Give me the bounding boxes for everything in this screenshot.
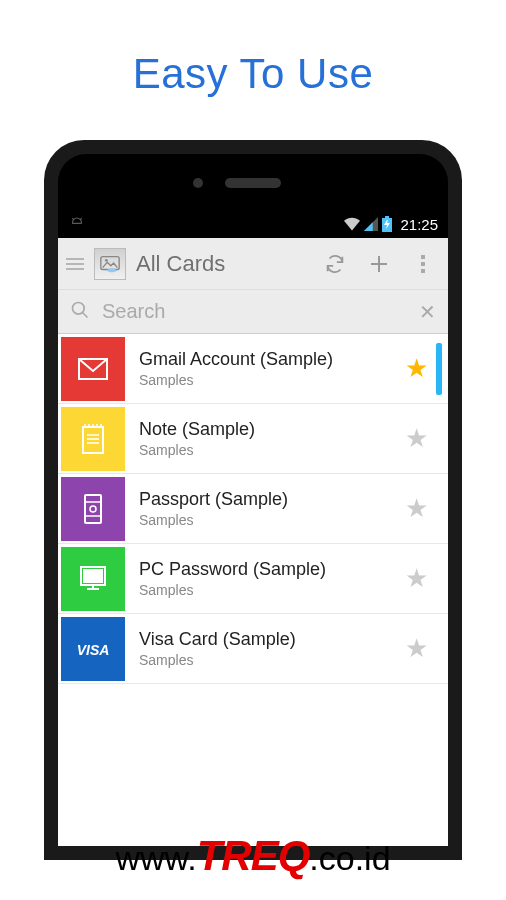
mail-icon xyxy=(61,337,125,401)
star-icon[interactable]: ★ xyxy=(400,633,432,664)
list-item[interactable]: Passport (Sample)Samples★ xyxy=(58,474,448,544)
add-icon[interactable] xyxy=(362,252,396,276)
item-marker xyxy=(436,343,442,395)
wifi-icon xyxy=(344,217,360,231)
status-clock: 21:25 xyxy=(400,216,438,233)
phone-frame: 21:25 All Cards xyxy=(44,140,462,860)
menu-icon[interactable] xyxy=(66,258,84,270)
footer-brand: TREQ xyxy=(197,832,310,880)
phone-screen: 21:25 All Cards xyxy=(58,210,448,846)
card-list: Gmail Account (Sample)Samples★Note (Samp… xyxy=(58,334,448,684)
star-icon[interactable]: ★ xyxy=(400,423,432,454)
item-subtitle: Samples xyxy=(139,652,400,668)
note-icon xyxy=(61,407,125,471)
item-title: PC Password (Sample) xyxy=(139,559,400,580)
passport-icon xyxy=(61,477,125,541)
item-title: Note (Sample) xyxy=(139,419,400,440)
phone-inner: 21:25 All Cards xyxy=(58,154,448,846)
item-text: PC Password (Sample)Samples xyxy=(125,559,400,598)
phone-camera xyxy=(193,178,203,188)
item-subtitle: Samples xyxy=(139,582,400,598)
status-bar: 21:25 xyxy=(58,210,448,238)
item-text: Passport (Sample)Samples xyxy=(125,489,400,528)
footer-post: .co.id xyxy=(309,839,390,878)
app-bar-title: All Cards xyxy=(136,251,308,277)
app-bar: All Cards xyxy=(58,238,448,290)
star-icon[interactable]: ★ xyxy=(400,493,432,524)
svg-point-1 xyxy=(74,220,75,221)
item-title: Visa Card (Sample) xyxy=(139,629,400,650)
svg-point-11 xyxy=(90,506,96,512)
item-marker xyxy=(436,623,442,675)
visa-icon: VISA xyxy=(61,617,125,681)
android-icon xyxy=(68,216,86,232)
item-subtitle: Samples xyxy=(139,512,400,528)
overflow-menu-icon[interactable] xyxy=(406,255,440,273)
refresh-icon[interactable] xyxy=(318,253,352,275)
item-text: Gmail Account (Sample)Samples xyxy=(125,349,400,388)
item-marker xyxy=(436,413,442,465)
footer-url: www. TREQ .co.id xyxy=(0,832,506,880)
item-title: Passport (Sample) xyxy=(139,489,400,510)
signal-icon xyxy=(364,217,378,231)
item-subtitle: Samples xyxy=(139,372,400,388)
search-input[interactable] xyxy=(102,300,407,323)
status-right: 21:25 xyxy=(344,216,438,233)
app-logo-icon xyxy=(94,248,126,280)
footer-pre: www. xyxy=(115,839,196,878)
item-subtitle: Samples xyxy=(139,442,400,458)
item-text: Visa Card (Sample)Samples xyxy=(125,629,400,668)
svg-rect-10 xyxy=(85,495,101,523)
star-icon[interactable]: ★ xyxy=(400,563,432,594)
svg-rect-9 xyxy=(83,427,103,453)
list-item[interactable]: PC Password (Sample)Samples★ xyxy=(58,544,448,614)
search-bar: ✕ xyxy=(58,290,448,334)
svg-point-2 xyxy=(79,220,80,221)
item-text: Note (Sample)Samples xyxy=(125,419,400,458)
pc-icon xyxy=(61,547,125,611)
page-headline: Easy To Use xyxy=(0,0,506,98)
battery-icon xyxy=(382,216,392,232)
svg-rect-13 xyxy=(83,569,103,583)
list-item[interactable]: VISAVisa Card (Sample)Samples★ xyxy=(58,614,448,684)
svg-rect-0 xyxy=(73,223,82,224)
clear-icon[interactable]: ✕ xyxy=(419,300,436,324)
item-title: Gmail Account (Sample) xyxy=(139,349,400,370)
phone-speaker xyxy=(225,178,281,188)
svg-point-7 xyxy=(73,302,85,314)
search-icon xyxy=(70,300,90,324)
list-item[interactable]: Note (Sample)Samples★ xyxy=(58,404,448,474)
list-item[interactable]: Gmail Account (Sample)Samples★ xyxy=(58,334,448,404)
svg-text:VISA: VISA xyxy=(77,642,110,658)
item-marker xyxy=(436,553,442,605)
svg-point-6 xyxy=(105,258,108,261)
item-marker xyxy=(436,483,442,535)
svg-rect-3 xyxy=(385,216,389,218)
star-icon[interactable]: ★ xyxy=(400,353,432,384)
